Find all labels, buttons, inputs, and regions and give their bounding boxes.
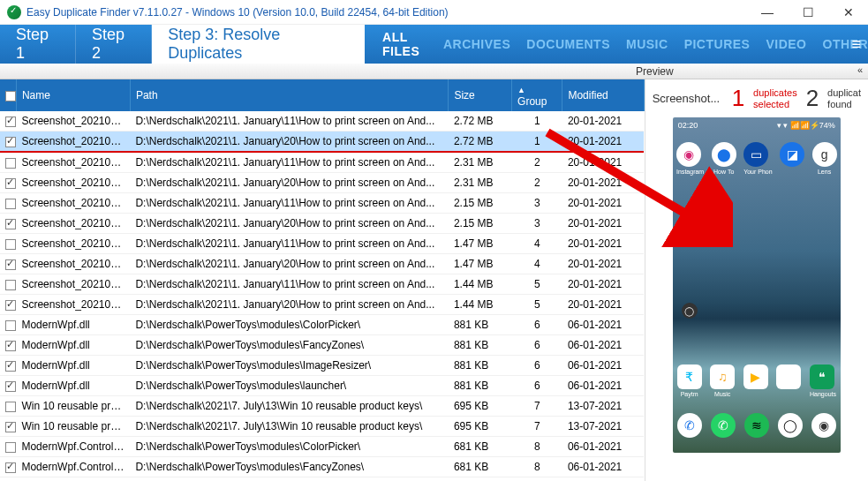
row-checkbox[interactable] <box>5 178 16 189</box>
filter-all-files[interactable]: All Files <box>382 30 427 58</box>
app-icon: ❝Hangouts <box>810 365 836 397</box>
row-checkbox[interactable] <box>5 462 16 473</box>
cell-modified: 06-01-2021 <box>562 477 644 482</box>
column-header-name[interactable]: Name <box>16 79 130 111</box>
cell-name: Screenshot_202101... <box>16 274 130 295</box>
cell-modified: 20-01-2021 <box>562 234 644 254</box>
row-checkbox[interactable] <box>5 300 16 311</box>
table-row[interactable]: Screenshot_202101...D:\Nerdschalk\2021\1… <box>0 173 644 193</box>
row-checkbox[interactable] <box>5 219 16 229</box>
filter-music[interactable]: Music <box>626 37 668 51</box>
table-row[interactable]: ModernWpf.Controls...D:\Nerdschalk\Power… <box>0 437 644 457</box>
table-row[interactable]: ModernWpf.Controls...D:\Nerdschalk\Power… <box>0 477 644 482</box>
selected-label-1: duplicates <box>753 87 797 98</box>
cell-size: 695 KB <box>449 417 512 437</box>
cell-path: D:\Nerdschalk\2021\1. January\11\How to … <box>130 234 448 254</box>
select-all-checkbox[interactable] <box>5 91 16 101</box>
cell-modified: 20-01-2021 <box>562 274 644 295</box>
row-checkbox[interactable] <box>5 280 16 290</box>
cell-group: 7 <box>512 417 562 437</box>
table-row[interactable]: ModernWpf.dllD:\Nerdschalk\PowerToys\mod… <box>0 356 644 376</box>
app-icon: ♫Music <box>710 365 735 397</box>
row-checkbox[interactable] <box>5 259 16 270</box>
step-tab-3[interactable]: Step 3: Resolve Duplicates <box>152 25 365 64</box>
phone-time: 02:20 <box>678 121 698 130</box>
row-checkbox[interactable] <box>5 422 16 432</box>
column-header-size[interactable]: Size <box>449 79 512 111</box>
filter-archives[interactable]: Archives <box>443 37 510 51</box>
table-row[interactable]: Screenshot_202101...D:\Nerdschalk\2021\1… <box>0 295 644 315</box>
app-icon: gLens <box>812 142 837 175</box>
column-header-checkbox[interactable] <box>0 79 16 111</box>
cell-path: D:\Nerdschalk\2021\1. January\20\How to … <box>130 295 448 315</box>
row-checkbox[interactable] <box>5 402 16 412</box>
row-checkbox[interactable] <box>5 199 16 209</box>
table-row[interactable]: Screenshot_202101...D:\Nerdschalk\2021\1… <box>0 234 644 254</box>
row-checkbox[interactable] <box>5 361 16 372</box>
cell-name: ModernWpf.dll <box>16 356 130 376</box>
close-button[interactable]: ✕ <box>836 5 861 19</box>
cell-size: 881 KB <box>449 356 512 376</box>
table-row[interactable]: Screenshot_202101...D:\Nerdschalk\2021\1… <box>0 193 644 214</box>
app-icon: ₹Paytm <box>677 365 702 397</box>
step-tab-1[interactable]: Step 1 <box>0 25 76 64</box>
table-row[interactable]: Screenshot_202101...D:\Nerdschalk\2021\1… <box>0 152 644 173</box>
row-checkbox[interactable] <box>5 341 16 351</box>
cell-size: 681 KB <box>449 477 512 482</box>
cell-path: D:\Nerdschalk\PowerToys\modules\ColorPic… <box>130 437 448 457</box>
table-row[interactable]: Win 10 reusable pro...D:\Nerdschalk\2021… <box>0 396 644 417</box>
filter-pictures[interactable]: Pictures <box>684 37 751 51</box>
cell-path: D:\Nerdschalk\2021\1. January\11\How to … <box>130 111 448 132</box>
cell-modified: 20-01-2021 <box>562 173 644 193</box>
cell-group: 4 <box>512 254 562 274</box>
row-checkbox[interactable] <box>5 158 16 169</box>
cell-group: 6 <box>512 315 562 335</box>
cell-size: 881 KB <box>449 376 512 396</box>
table-row[interactable]: Screenshot_202101...D:\Nerdschalk\2021\1… <box>0 254 644 274</box>
table-row[interactable]: ModernWpf.Controls...D:\Nerdschalk\Power… <box>0 457 644 477</box>
cell-group: 7 <box>512 396 562 417</box>
minimize-button[interactable]: — <box>755 5 780 19</box>
cell-size: 2.15 MB <box>449 193 512 214</box>
filter-documents[interactable]: Documents <box>526 37 610 51</box>
cell-path: D:\Nerdschalk\2021\1. January\20\How to … <box>130 132 448 153</box>
filter-video[interactable]: Video <box>766 37 806 51</box>
cell-size: 2.72 MB <box>449 132 512 153</box>
preview-collapse-icon[interactable]: « <box>857 64 863 75</box>
table-row[interactable]: Screenshot_202101...D:\Nerdschalk\2021\1… <box>0 111 644 132</box>
app-icon <box>776 365 801 397</box>
table-row[interactable]: Screenshot_202101...D:\Nerdschalk\2021\1… <box>0 132 644 153</box>
cell-name: Screenshot_202101... <box>16 295 130 315</box>
cell-group: 1 <box>512 111 562 132</box>
column-header-group[interactable]: Group <box>512 79 562 111</box>
app-icon: ◪ <box>780 142 804 175</box>
maximize-button[interactable]: ☐ <box>796 5 820 19</box>
cell-group: 6 <box>512 335 562 356</box>
column-header-modified[interactable]: Modified <box>562 79 644 111</box>
menu-icon[interactable]: ≡ <box>851 35 861 54</box>
row-checkbox[interactable] <box>5 116 16 127</box>
cell-modified: 20-01-2021 <box>562 295 644 315</box>
cell-path: D:\Nerdschalk\2021\7. July\13\Win 10 reu… <box>130 417 448 437</box>
selected-label-2: selected <box>753 99 797 109</box>
step-tab-2[interactable]: Step 2 <box>76 25 152 64</box>
cell-group: 4 <box>512 234 562 254</box>
cell-modified: 13-07-2021 <box>562 417 644 437</box>
table-row[interactable]: Win 10 reusable pro...D:\Nerdschalk\2021… <box>0 417 644 437</box>
cell-group: 6 <box>512 376 562 396</box>
row-checkbox[interactable] <box>5 320 16 331</box>
cell-group: 8 <box>512 477 562 482</box>
table-row[interactable]: ModernWpf.dllD:\Nerdschalk\PowerToys\mod… <box>0 376 644 396</box>
filter-other[interactable]: Other <box>823 37 869 51</box>
table-row[interactable]: Screenshot_202101...D:\Nerdschalk\2021\1… <box>0 214 644 234</box>
cell-modified: 13-07-2021 <box>562 396 644 417</box>
row-checkbox[interactable] <box>5 442 16 453</box>
column-header-path[interactable]: Path <box>130 79 448 111</box>
row-checkbox[interactable] <box>5 381 16 392</box>
cell-modified: 06-01-2021 <box>562 376 644 396</box>
row-checkbox[interactable] <box>5 137 16 147</box>
table-row[interactable]: Screenshot_202101...D:\Nerdschalk\2021\1… <box>0 274 644 295</box>
table-row[interactable]: ModernWpf.dllD:\Nerdschalk\PowerToys\mod… <box>0 335 644 356</box>
table-row[interactable]: ModernWpf.dllD:\Nerdschalk\PowerToys\mod… <box>0 315 644 335</box>
row-checkbox[interactable] <box>5 239 16 250</box>
